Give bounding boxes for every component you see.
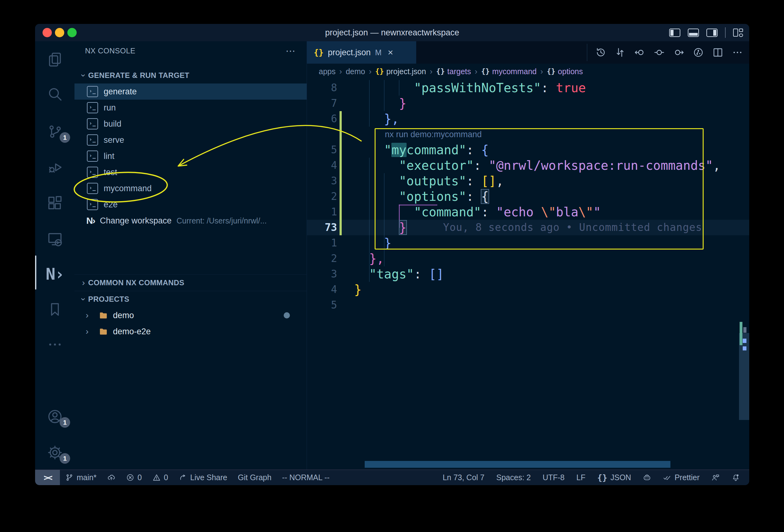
- history-icon[interactable]: [595, 47, 606, 58]
- breadcrumb-item-demo[interactable]: demo: [346, 67, 365, 76]
- sidebar-item-build[interactable]: ›_build: [75, 116, 307, 132]
- breadcrumb-label: options: [558, 67, 583, 76]
- sidebar-item-change-workspace[interactable]: N› Change workspace Current: /Users/juri…: [75, 213, 307, 229]
- close-tab-icon[interactable]: ×: [388, 47, 393, 58]
- status-encoding[interactable]: UTF-8: [542, 473, 565, 482]
- status-remote-indicator[interactable]: ><: [35, 470, 60, 485]
- vscode-window: project.json — newnxreactwrkspace 1N›11 …: [35, 24, 749, 485]
- git-graph-icon[interactable]: [693, 47, 704, 58]
- run-debug-icon: [47, 159, 63, 175]
- activity-bar: 1N›11: [35, 41, 75, 470]
- status-git-branch[interactable]: main*: [65, 473, 96, 482]
- activity-item-bookmarks[interactable]: [35, 301, 75, 318]
- line-number: 5: [307, 297, 354, 313]
- sidebar-item-test[interactable]: ›_test: [75, 164, 307, 180]
- vertical-scrollbar[interactable]: [739, 333, 749, 420]
- activity-item-nx-console[interactable]: N›: [35, 265, 75, 283]
- codelens-run-link[interactable]: nx run demo:mycommand: [385, 127, 482, 142]
- section-common-nx-commands[interactable]: › COMMON NX COMMANDS: [75, 274, 307, 291]
- activity-item-search[interactable]: [35, 85, 75, 103]
- activity-item-remote-explorer[interactable]: [35, 230, 75, 248]
- project-label: demo-e2e: [113, 327, 151, 336]
- project-status-dot: [284, 312, 290, 318]
- editor-toolbar: [595, 41, 743, 64]
- activity-item-settings[interactable]: 1: [35, 444, 75, 461]
- code-text: "tags": []: [354, 266, 444, 282]
- status-warnings[interactable]: 0: [152, 473, 168, 482]
- sidebar-item-run[interactable]: ›_run: [75, 100, 307, 116]
- status-sync[interactable]: [107, 473, 115, 482]
- bell-dot-icon: [732, 473, 740, 482]
- breadcrumb-item-apps[interactable]: apps: [319, 67, 336, 76]
- sidebar-item-mycommand[interactable]: ›_mycommand: [75, 180, 307, 196]
- object-symbol-icon: {}: [547, 67, 556, 76]
- compare-changes-icon[interactable]: [615, 47, 626, 58]
- history-icon: [595, 47, 606, 58]
- status-label: Prettier: [674, 473, 700, 482]
- status-language-mode[interactable]: {}JSON: [597, 473, 631, 482]
- activity-item-accounts[interactable]: 1: [35, 408, 75, 425]
- status-copilot[interactable]: [643, 473, 651, 482]
- layout-sidebar-right-icon[interactable]: [706, 29, 718, 37]
- status-errors[interactable]: 0: [126, 473, 142, 482]
- remote-icon: ><: [44, 473, 52, 482]
- tab-label: project.json: [328, 48, 371, 57]
- project-item-demo-e2e[interactable]: ›demo-e2e: [75, 324, 307, 340]
- terminal-icon: ›_: [87, 150, 98, 162]
- project-item-demo[interactable]: ›demo: [75, 307, 307, 324]
- status-git-graph[interactable]: Git Graph: [238, 473, 271, 482]
- section-projects[interactable]: › PROJECTS: [75, 291, 307, 307]
- layout-panel-icon[interactable]: [688, 29, 699, 37]
- section-generate-run-target[interactable]: › GENERATE & RUN TARGET: [75, 67, 307, 83]
- activity-item-more-views[interactable]: [35, 336, 75, 353]
- customize-layout-icon[interactable]: [733, 29, 744, 37]
- current-change-icon[interactable]: [654, 47, 665, 58]
- previous-change-icon[interactable]: [634, 47, 645, 58]
- code-line: 2 },: [307, 251, 749, 266]
- breadcrumb-item-targets[interactable]: {}targets: [436, 67, 471, 76]
- status-live-share[interactable]: Live Share: [179, 473, 227, 482]
- breadcrumb-label: apps: [319, 67, 336, 76]
- line-number: 6: [307, 111, 354, 127]
- sidebar-item-serve[interactable]: ›_serve: [75, 132, 307, 148]
- sidebar-item-lint[interactable]: ›_lint: [75, 148, 307, 164]
- tab-project-json[interactable]: {} project.json M ×: [307, 41, 416, 64]
- activity-item-explorer[interactable]: [35, 51, 75, 68]
- overview-ruler-mark: [743, 339, 747, 343]
- chevron-right-icon: ›: [86, 310, 94, 320]
- layout-sidebar-left-icon[interactable]: [669, 29, 680, 37]
- status-cursor-position[interactable]: Ln 73, Col 7: [443, 473, 484, 482]
- folder-icon: [98, 311, 109, 320]
- breadcrumb-item-options[interactable]: {}options: [547, 67, 583, 76]
- target-label: lint: [104, 151, 114, 161]
- modified-change-bar: [340, 142, 342, 158]
- breadcrumb-label: targets: [447, 67, 471, 76]
- more-actions-icon[interactable]: [732, 47, 743, 58]
- status-vim-mode[interactable]: -- NORMAL --: [282, 473, 330, 482]
- activity-item-extensions[interactable]: [35, 194, 75, 212]
- status-feedback[interactable]: [711, 473, 720, 482]
- breadcrumb-item-mycommand[interactable]: {}mycommand: [481, 67, 537, 76]
- status-indentation[interactable]: Spaces: 2: [496, 473, 531, 482]
- status-formatter[interactable]: Prettier: [663, 473, 700, 482]
- status-eol[interactable]: LF: [576, 473, 585, 482]
- status-notifications[interactable]: [732, 473, 740, 482]
- line-number: 7: [307, 95, 354, 111]
- horizontal-scrollbar[interactable]: [365, 461, 670, 468]
- breadcrumb-separator: ›: [540, 67, 543, 76]
- next-change-icon[interactable]: [673, 47, 684, 58]
- breadcrumb-item-project-json[interactable]: {}project.json: [375, 67, 426, 76]
- sidebar-item-generate[interactable]: ›_generate: [75, 83, 307, 100]
- activity-item-source-control[interactable]: 1: [35, 123, 75, 140]
- cloud-upload-icon: [107, 473, 115, 482]
- split-editor-icon[interactable]: [712, 47, 724, 58]
- status-label: UTF-8: [542, 473, 565, 482]
- sidebar-more-actions-icon[interactable]: ⋯: [285, 45, 296, 57]
- sidebar-nx-console: NX CONSOLE ⋯ › GENERATE & RUN TARGET ›_g…: [75, 41, 307, 470]
- activity-item-run-debug[interactable]: [35, 158, 75, 176]
- line-number: 5: [307, 142, 354, 158]
- explorer-icon: [47, 52, 63, 68]
- code-line: 8 "passWithNoTests": true: [307, 80, 749, 95]
- chevron-down-icon: ›: [79, 295, 88, 304]
- sidebar-item-e2e[interactable]: ›_e2e: [75, 196, 307, 213]
